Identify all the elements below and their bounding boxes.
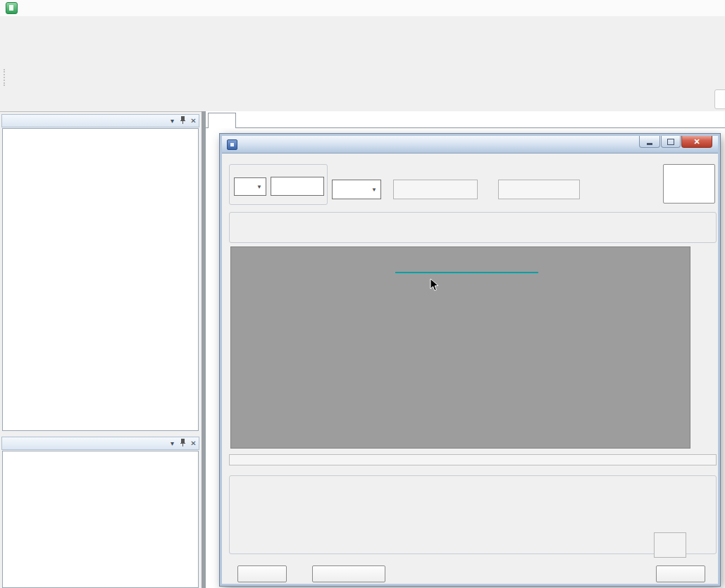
project-window-header[interactable]: ▾ ✕ [1, 114, 199, 127]
count-mode-dropdown [395, 272, 538, 273]
input-pulse-field [498, 180, 580, 199]
toolbar-grip [4, 69, 5, 86]
channel-combobox[interactable]: ▼ [332, 180, 381, 199]
close-icon[interactable]: ✕ [188, 117, 199, 125]
hsc-dialog: ✕ ▼ ▼ [220, 134, 720, 586]
tab-hsc[interactable] [208, 113, 236, 128]
restore-button[interactable] [661, 136, 681, 148]
close-dialog-button[interactable] [656, 565, 705, 582]
toolbar-online [0, 42, 725, 69]
panel-menu-icon[interactable]: ▾ [167, 117, 178, 125]
menubar [0, 68, 725, 86]
close-button[interactable]: ✕ [681, 136, 712, 148]
docked-toolbar-partial [714, 89, 725, 109]
app-titlebar [0, 0, 725, 17]
function-block-header[interactable]: ▾ ✕ [1, 437, 199, 450]
close-icon[interactable]: ✕ [188, 439, 199, 447]
project-tree [2, 128, 199, 431]
chevron-down-icon: ▼ [256, 184, 262, 190]
start-address-input[interactable] [271, 177, 324, 196]
status-flags-group [229, 475, 717, 554]
channel-configuration-group [229, 212, 717, 243]
start-address-group: ▼ [229, 164, 328, 205]
app-icon [6, 2, 18, 14]
mouse-cursor [430, 278, 440, 292]
parameter-table-container [230, 246, 690, 449]
application-window: ▾ ✕ ▾ ✕ ✕ ▼ [0, 0, 725, 588]
device-type-combobox[interactable]: ▼ [234, 177, 266, 196]
dialog-icon [227, 139, 237, 150]
toolbar-standard [0, 16, 725, 43]
online-modify-button[interactable] [312, 565, 385, 582]
h-scrollbar[interactable] [229, 454, 717, 465]
toolbar-editor [0, 86, 725, 112]
monitor-button[interactable] [663, 164, 715, 204]
panel-menu-icon[interactable]: ▾ [167, 439, 178, 447]
function-block-tree [2, 451, 199, 588]
pin-icon[interactable] [178, 439, 188, 448]
current-count-field [393, 180, 478, 199]
error-code-field [654, 532, 686, 558]
chevron-down-icon: ▼ [371, 187, 377, 193]
pin-icon[interactable] [178, 116, 188, 125]
save-button[interactable] [237, 565, 287, 582]
tab-strip-line [206, 127, 725, 128]
minimize-button[interactable] [639, 136, 660, 148]
